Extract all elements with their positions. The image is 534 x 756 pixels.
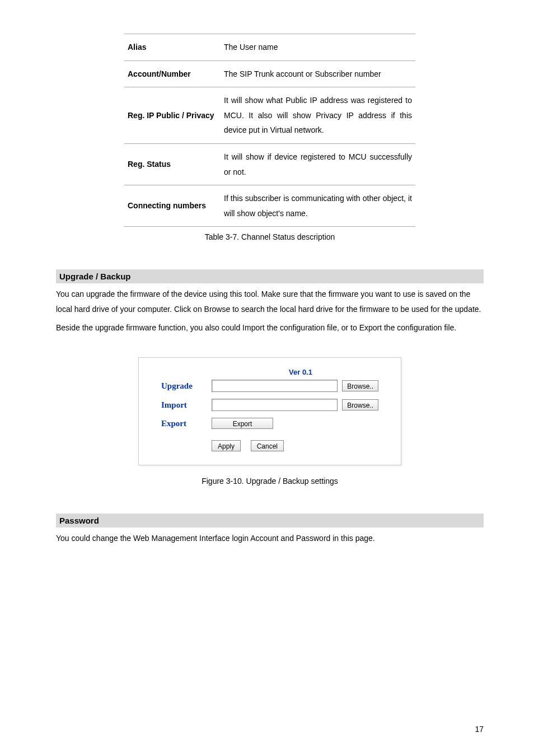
section-heading-password: Password: [56, 514, 484, 528]
export-row: Export Export: [161, 418, 378, 429]
table-row: Alias The User name: [124, 34, 415, 61]
table-value: If this subscriber is communicating with…: [221, 185, 415, 227]
table-value: The User name: [221, 34, 415, 61]
import-label: Import: [161, 400, 212, 410]
table-label: Alias: [124, 34, 221, 61]
table-caption: Table 3-7. Channel Status description: [56, 232, 484, 241]
import-row: Import Browse..: [161, 399, 378, 411]
table-value: It will show if device registered to MCU…: [221, 143, 415, 185]
export-label: Export: [161, 419, 212, 428]
apply-button[interactable]: Apply: [212, 440, 241, 451]
browse-button[interactable]: Browse..: [342, 399, 378, 410]
export-button[interactable]: Export: [212, 418, 273, 429]
table-label: Account/Number: [124, 60, 221, 87]
cancel-button[interactable]: Cancel: [251, 440, 284, 451]
section-paragraph: Beside the upgrade firmware function, yo…: [56, 320, 484, 335]
version-label: Ver 0.1: [223, 368, 378, 376]
panel-footer: Apply Cancel: [212, 440, 378, 451]
section-paragraph: You can upgrade the firmware of the devi…: [56, 287, 484, 316]
table-row: Account/Number The SIP Trunk account or …: [124, 60, 415, 87]
table-value: It will show what Public IP address was …: [221, 87, 415, 144]
browse-button[interactable]: Browse..: [342, 380, 378, 391]
table-label: Connecting numbers: [124, 185, 221, 227]
upgrade-file-input[interactable]: [212, 380, 338, 392]
section-paragraph: You could change the Web Management Inte…: [56, 531, 484, 546]
table-row: Reg. Status It will show if device regis…: [124, 143, 415, 185]
upgrade-row: Upgrade Browse..: [161, 380, 378, 392]
section-heading-upgrade-backup: Upgrade / Backup: [56, 269, 484, 283]
table-label: Reg. Status: [124, 143, 221, 185]
figure-caption: Figure 3-10. Upgrade / Backup settings: [56, 477, 484, 486]
page: Alias The User name Account/Number The S…: [0, 0, 534, 756]
import-file-input[interactable]: [212, 399, 338, 411]
table-row: Reg. IP Public / Privacy It will show wh…: [124, 87, 415, 144]
channel-status-table: Alias The User name Account/Number The S…: [124, 34, 415, 227]
upgrade-backup-panel: Ver 0.1 Upgrade Browse.. Import Browse..…: [138, 357, 401, 465]
table-value: The SIP Trunk account or Subscriber numb…: [221, 60, 415, 87]
table-label: Reg. IP Public / Privacy: [124, 87, 221, 144]
table-row: Connecting numbers If this subscriber is…: [124, 185, 415, 227]
upgrade-label: Upgrade: [161, 381, 212, 391]
page-number: 17: [475, 725, 484, 734]
